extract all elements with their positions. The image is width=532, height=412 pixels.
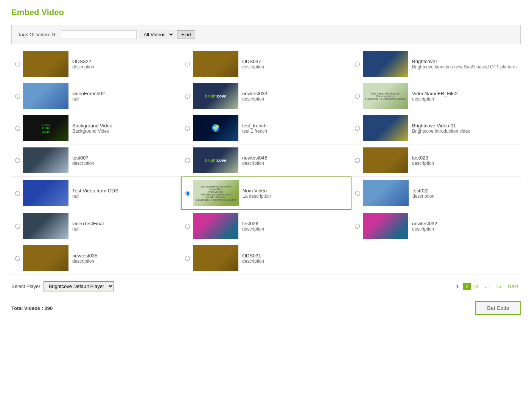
- video-thumbnail: 🌍: [193, 115, 238, 141]
- video-radio[interactable]: [355, 191, 360, 196]
- video-desc: Brightcove introduction video: [412, 129, 517, 134]
- video-thumbnail: [363, 213, 408, 239]
- video-thumbnail: [23, 147, 68, 173]
- video-desc: description: [242, 64, 347, 70]
- video-thumbnail: [23, 51, 68, 77]
- search-input[interactable]: [61, 30, 137, 39]
- page-15[interactable]: 15: [493, 283, 504, 290]
- video-radio[interactable]: [185, 62, 190, 67]
- video-radio[interactable]: [185, 126, 190, 131]
- video-name: Background Video: [72, 123, 177, 129]
- video-name: newtest045: [242, 155, 347, 161]
- video-thumbnail: we separate you from thecompetition.what…: [193, 180, 239, 206]
- video-desc: description: [242, 259, 347, 264]
- video-name: test_french: [242, 123, 347, 129]
- video-cell: test022 description: [352, 177, 521, 210]
- video-name: test022: [412, 188, 517, 194]
- video-desc: description: [412, 194, 517, 199]
- video-cell-empty: [351, 242, 521, 274]
- page-ellipsis: ...: [482, 283, 492, 290]
- page-title: Embed Video: [11, 8, 521, 17]
- video-radio[interactable]: [355, 94, 360, 99]
- video-radio[interactable]: [15, 191, 20, 196]
- video-info: test022 description: [412, 188, 517, 199]
- video-name: Brightcove1: [412, 59, 517, 64]
- video-row: 010011101000110 Background Video Backgro…: [11, 112, 521, 144]
- video-info: videoTestFinal null: [72, 221, 177, 232]
- video-thumbnail: 010011101000110: [23, 115, 68, 141]
- video-thumbnail: brightcove: [193, 83, 238, 109]
- video-cell: brightcove newtest045 description: [181, 144, 351, 176]
- video-desc: test 1 french: [242, 129, 347, 134]
- select-player-section: Select Player Brightcove Default Player: [11, 281, 114, 291]
- video-thumbnail: [23, 83, 68, 109]
- video-name: Test Video from ODS: [72, 188, 177, 194]
- video-info: Test Video from ODS null: [72, 188, 177, 199]
- video-desc: Brightcove launches new SaaS-based OTT p…: [412, 64, 517, 70]
- video-row: videoFernch02 null brightcove newtest033…: [11, 80, 521, 112]
- video-name: ODS322: [72, 59, 177, 64]
- video-info: Brightcove Video 01 Brightcove introduct…: [412, 123, 517, 134]
- video-info: test023 description: [412, 155, 517, 166]
- video-radio[interactable]: [15, 224, 20, 229]
- player-select[interactable]: Brightcove Default Player: [44, 281, 114, 291]
- video-desc: description: [242, 96, 347, 102]
- video-radio[interactable]: [185, 191, 190, 196]
- video-desc: description: [72, 259, 177, 264]
- page-2[interactable]: 2: [463, 283, 471, 290]
- video-cell: ODS031 description: [181, 242, 351, 274]
- video-name: videoFernch02: [72, 91, 177, 96]
- video-info: test_french test 1 french: [242, 123, 347, 134]
- video-desc: null: [72, 194, 177, 199]
- tags-label: Tags Or Video ID:: [18, 32, 56, 37]
- find-button[interactable]: Find: [177, 30, 195, 39]
- video-thumbnail: [363, 115, 408, 141]
- video-name: ODS031: [242, 253, 347, 259]
- video-cell: Web-Based DevelopmentMobile platformse-B…: [351, 80, 521, 112]
- video-radio[interactable]: [185, 224, 190, 229]
- video-name: test007: [72, 155, 177, 161]
- video-name: ODS037: [242, 59, 347, 64]
- page-3[interactable]: 3: [473, 283, 481, 290]
- video-radio[interactable]: [355, 62, 360, 67]
- video-radio[interactable]: [15, 126, 20, 131]
- video-desc: null: [72, 96, 177, 102]
- video-cell: test026 description: [181, 210, 351, 242]
- video-radio[interactable]: [355, 126, 360, 131]
- video-cell: test007 description: [11, 144, 181, 176]
- video-radio[interactable]: [355, 158, 360, 163]
- video-radio[interactable]: [15, 94, 20, 99]
- video-name: newtest035: [72, 253, 177, 259]
- video-thumbnail: [363, 147, 408, 173]
- video-radio[interactable]: [185, 94, 190, 99]
- video-info: newtest032 description: [412, 221, 517, 232]
- video-thumbnail: [193, 213, 238, 239]
- video-cell: 010011101000110 Background Video Backgro…: [11, 112, 181, 144]
- video-radio[interactable]: [15, 256, 20, 261]
- video-thumbnail: Web-Based DevelopmentMobile platformse-B…: [363, 83, 408, 109]
- video-cell: 🌍 test_french test 1 french: [181, 112, 351, 144]
- video-desc: description: [72, 64, 177, 70]
- video-thumbnail: [193, 51, 238, 77]
- video-info: videoFernch02 null: [72, 91, 177, 102]
- pagination: 1 2 3 ... 15 Next: [453, 279, 521, 294]
- video-cell: newtest032 description: [351, 210, 521, 242]
- video-thumbnail: [363, 51, 408, 77]
- video-thumbnail: [193, 245, 238, 271]
- video-radio[interactable]: [15, 158, 20, 163]
- video-radio[interactable]: [15, 62, 20, 67]
- video-desc: description: [412, 226, 517, 232]
- video-radio[interactable]: [185, 158, 190, 163]
- video-cell: ODS037 description: [181, 48, 351, 80]
- video-radio[interactable]: [185, 256, 190, 261]
- video-row: videoTestFinal null test026 description …: [11, 210, 521, 242]
- page-next[interactable]: Next: [505, 283, 521, 290]
- video-name: Nom Vidéo: [243, 188, 347, 194]
- video-cell: Test Video from ODS null: [11, 177, 181, 210]
- filter-select[interactable]: All Videos Tags Video ID: [140, 30, 174, 39]
- video-name: VideoNameFR_File2: [412, 91, 517, 96]
- video-name: test026: [242, 221, 347, 226]
- video-info: VideoNameFR_File2 description: [412, 91, 517, 102]
- video-radio[interactable]: [355, 224, 360, 229]
- get-code-button[interactable]: Get Code: [475, 301, 521, 315]
